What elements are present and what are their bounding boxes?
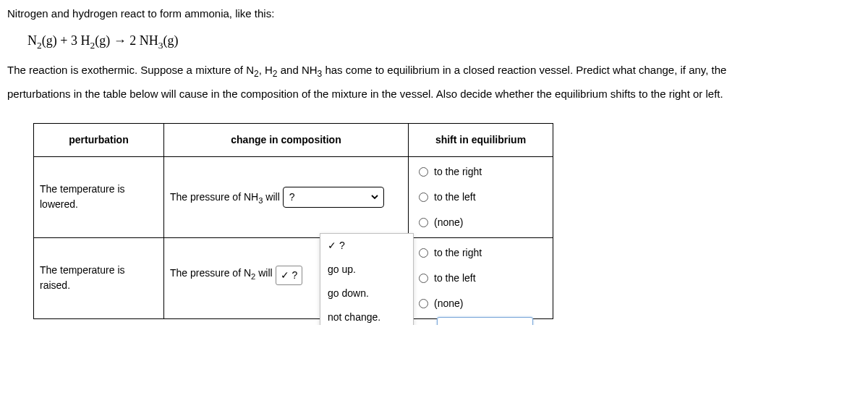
radio-none-1[interactable]: (none) — [419, 215, 542, 230]
radio-none-2[interactable]: (none) — [419, 296, 542, 311]
radio-left-1[interactable]: to the left — [419, 190, 542, 205]
intro-text: Nitrogen and hydrogen react to form ammo… — [7, 6, 861, 22]
radio-icon — [419, 167, 428, 177]
header-change: change in composition — [164, 123, 409, 156]
change-cell-1: The pressure of NH3 will ? — [164, 156, 409, 237]
radio-icon — [419, 274, 428, 283]
radio-icon — [419, 218, 428, 227]
equilibrium-table: perturbation change in composition shift… — [33, 123, 553, 319]
select-value-2: ✓ — [281, 269, 292, 281]
change-prefix-2: The pressure of N2 will — [170, 267, 273, 279]
radio-icon — [419, 299, 428, 308]
change-prefix-1: The pressure of NH3 will — [170, 191, 280, 203]
perturbation-cell-2: The temperature is raised. — [34, 237, 164, 318]
radio-label: to the right — [434, 245, 482, 261]
shift-cell-1: to the right to the left (none) — [409, 156, 553, 237]
radio-right-2[interactable]: to the right — [419, 245, 542, 261]
change-select-2[interactable]: ✓ ? — [276, 266, 303, 285]
perturbation-cell-1: The temperature is lowered. — [34, 156, 164, 237]
table-container: perturbation change in composition shift… — [33, 123, 861, 319]
radio-left-2[interactable]: to the left — [419, 271, 542, 286]
radio-label: (none) — [434, 215, 463, 230]
change-select-1[interactable]: ? — [283, 187, 384, 208]
shift-cell-2: to the right to the left (none) — [409, 237, 553, 318]
dropdown-option-go-up[interactable]: go up. — [320, 258, 413, 282]
action-bar: ? — [437, 317, 533, 325]
dropdown-option-placeholder[interactable]: ? — [320, 234, 413, 258]
header-perturbation: perturbation — [34, 123, 164, 156]
radio-label: (none) — [434, 296, 463, 311]
radio-right-1[interactable]: to the right — [419, 164, 542, 179]
radio-label: to the left — [434, 190, 476, 205]
help-icon[interactable]: ? — [511, 324, 519, 325]
header-shift: shift in equilibrium — [409, 123, 553, 156]
description-line-2: perturbations in the table below will ca… — [7, 86, 861, 103]
chevron-down-icon — [370, 193, 379, 201]
select-value-1: ? — [289, 191, 295, 203]
radio-label: to the right — [434, 164, 482, 179]
description-line-1: The reaction is exothermic. Suppose a mi… — [7, 62, 861, 80]
dropdown-option-not-change[interactable]: not change. — [320, 305, 413, 325]
radio-label: to the left — [434, 271, 476, 286]
radio-icon — [419, 248, 428, 258]
chemical-equation: N2(g) + 3 H2(g) → 2 NH3(g) — [27, 31, 861, 53]
dropdown-options-list[interactable]: ? go up. go down. not change. — [320, 233, 414, 325]
dropdown-option-go-down[interactable]: go down. — [320, 282, 413, 305]
radio-icon — [419, 193, 428, 202]
